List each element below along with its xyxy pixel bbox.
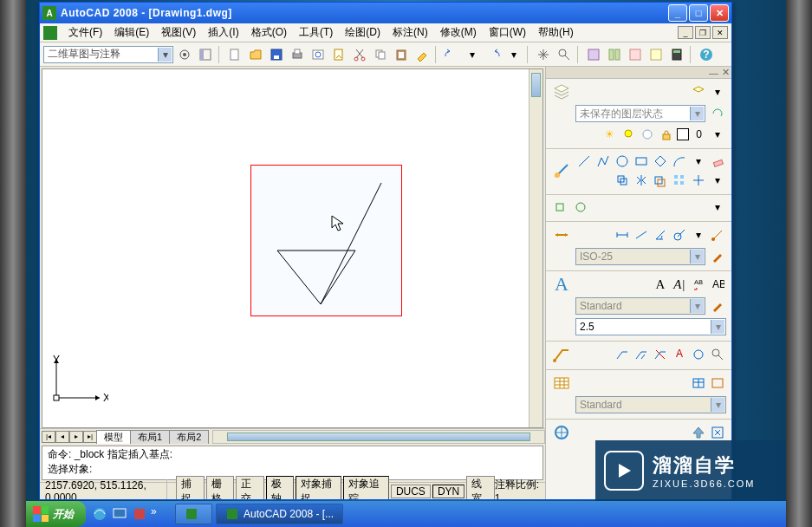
menu-edit[interactable]: 编辑(E) [108, 23, 155, 42]
more-annotate-button[interactable]: ▾ [709, 198, 726, 216]
menu-help[interactable]: 帮助(H) [532, 23, 580, 42]
dimension-icon[interactable] [551, 225, 572, 244]
arc-button[interactable] [671, 153, 688, 170]
toggle-snap[interactable]: 捕捉 [176, 476, 204, 500]
leader-add-button[interactable] [633, 346, 650, 363]
menu-window[interactable]: 窗口(W) [483, 23, 532, 42]
text-icon[interactable]: A [551, 275, 572, 294]
dim-angular-button[interactable] [652, 226, 669, 244]
toolpalettes-button[interactable] [196, 45, 215, 64]
redo-button[interactable] [484, 45, 503, 64]
cut-button[interactable] [350, 45, 369, 64]
layer-refresh-button[interactable] [709, 105, 726, 122]
more-modify-button[interactable]: ▾ [709, 172, 726, 189]
textstyle-combo[interactable]: Standard ▾ [575, 297, 705, 315]
table-insert-button[interactable] [690, 374, 707, 392]
freeze-icon[interactable] [639, 126, 656, 143]
zoom-extents-button[interactable] [709, 424, 726, 441]
dim-linear-button[interactable] [614, 226, 631, 244]
move-button[interactable] [690, 172, 707, 189]
canvas-hscrollbar[interactable] [212, 430, 545, 444]
line-button[interactable] [575, 153, 593, 170]
mtext-button[interactable]: A [652, 276, 669, 293]
tab-layout1[interactable]: 布局1 [130, 430, 170, 444]
doc-minimize-button[interactable]: _ [678, 26, 693, 39]
erase-button[interactable] [709, 153, 726, 170]
dim-more-button[interactable]: ▾ [690, 226, 707, 244]
drawing-canvas[interactable]: X Y [42, 68, 543, 428]
copy-button[interactable] [371, 45, 390, 64]
menu-view[interactable]: 视图(V) [155, 23, 202, 42]
mirror-button[interactable] [633, 172, 650, 189]
paste-button[interactable] [392, 45, 411, 64]
ql-more-icon[interactable]: » [151, 505, 168, 523]
start-button[interactable]: 开始 [26, 501, 86, 527]
window-minimize-button[interactable]: _ [668, 4, 687, 22]
publish-button[interactable] [329, 45, 348, 64]
tab-prev-button[interactable]: ◂ [55, 431, 69, 443]
workspace-settings-button[interactable] [175, 45, 194, 64]
menu-insert[interactable]: 插入(I) [202, 23, 244, 42]
workspace-combo[interactable]: 二维草图与注释 ▾ [43, 46, 173, 63]
pan2-button[interactable] [690, 424, 707, 441]
plot-preview-button[interactable] [309, 45, 328, 64]
text-brush-button[interactable] [709, 297, 726, 315]
toggle-polar[interactable]: 极轴 [266, 476, 294, 500]
osnap2-button[interactable] [572, 198, 589, 216]
toggle-otrack[interactable]: 对象追踪 [343, 476, 389, 500]
draw-icon[interactable] [551, 161, 572, 180]
menu-dim[interactable]: 标注(N) [387, 23, 434, 42]
layers-icon[interactable] [551, 82, 572, 101]
dim-style-button[interactable] [709, 226, 726, 244]
task-item-autocad[interactable]: AutoCAD 2008 - [... [216, 504, 343, 524]
pline-button[interactable] [594, 153, 612, 170]
spellcheck-button[interactable]: ᴬᴮ [690, 276, 707, 293]
tab-model[interactable]: 模型 [96, 430, 131, 444]
ql-desktop-icon[interactable] [111, 505, 128, 523]
layer-dropdown[interactable]: ▾ [709, 126, 726, 143]
layers-menu-button[interactable]: ▾ [709, 83, 726, 101]
offset-button[interactable] [652, 172, 669, 189]
leader-align-button[interactable]: A [671, 346, 688, 363]
tab-first-button[interactable]: |◂ [42, 431, 55, 443]
pan-button[interactable] [534, 45, 553, 64]
redo-dropdown[interactable]: ▾ [504, 45, 523, 64]
dim-brush-button[interactable] [709, 248, 726, 265]
dim-align-button[interactable] [633, 226, 650, 244]
toggle-ortho[interactable]: 正交 [236, 476, 263, 500]
tab-last-button[interactable]: ▸| [83, 431, 97, 443]
table-style-button[interactable] [709, 374, 726, 392]
dimstyle-combo[interactable]: ISO-25 ▾ [575, 248, 705, 265]
tablestyle-combo[interactable]: Standard ▾ [575, 396, 726, 413]
designcenter-button[interactable] [626, 45, 645, 64]
open-button[interactable] [246, 45, 265, 64]
markup-button[interactable] [646, 45, 666, 64]
undo-dropdown[interactable]: ▾ [463, 45, 482, 64]
bulb-on-icon[interactable] [620, 126, 637, 143]
window-maximize-button[interactable]: □ [689, 4, 708, 22]
window-close-button[interactable]: ✕ [710, 4, 729, 22]
help-button[interactable]: ? [697, 45, 716, 64]
menu-tools[interactable]: 工具(T) [293, 23, 339, 42]
more-draw-button[interactable]: ▾ [690, 153, 707, 170]
toggle-dyn[interactable]: DYN [432, 485, 464, 498]
dim-radius-button[interactable] [671, 226, 688, 244]
panel-close-icon[interactable]: ✕ [720, 67, 731, 78]
layer-color-swatch[interactable] [677, 128, 689, 140]
leader-icon[interactable] [551, 345, 572, 364]
copy2-button[interactable] [614, 172, 631, 189]
status-annot-scale[interactable]: 注释比例: 1 [495, 478, 545, 499]
table-icon[interactable] [551, 374, 572, 393]
menu-file[interactable]: 文件(F) [62, 23, 108, 42]
zoom-button[interactable] [555, 45, 574, 64]
titlebar[interactable]: A AutoCAD 2008 - [Drawing1.dwg] _ □ ✕ [40, 3, 731, 23]
matchprop-button[interactable] [412, 45, 432, 64]
ql-app-icon[interactable] [131, 505, 148, 523]
layers-manage-button[interactable] [690, 83, 707, 101]
circle-button[interactable] [614, 153, 631, 170]
print-button[interactable] [288, 45, 307, 64]
panel-min-icon[interactable]: — [707, 68, 720, 78]
canvas-vscrollbar[interactable] [529, 69, 542, 427]
menu-format[interactable]: 格式(O) [245, 23, 293, 42]
toggle-ducs[interactable]: DUCS [391, 485, 431, 498]
